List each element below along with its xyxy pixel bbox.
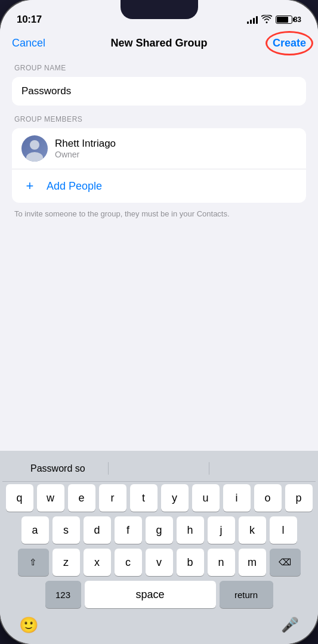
key-row-2: a s d f g h j k l [5,516,313,544]
shift-key[interactable]: ⇧ [18,549,49,576]
autocomplete-item-1[interactable]: Password so [7,456,109,481]
group-name-section: GROUP NAME [0,57,318,106]
phone-frame: 10:17 [0,0,318,644]
backspace-key[interactable]: ⌫ [270,549,301,576]
keyboard-bottom-bar: 🙂 🎤 [2,608,316,642]
key-d[interactable]: d [84,516,111,544]
member-role: Owner [55,150,297,159]
keyboard-container: Password so q w e r t y u i o p [0,451,318,644]
key-a[interactable]: a [21,516,49,544]
numbers-key[interactable]: 123 [45,581,81,608]
keyboard: q w e r t y u i o p a s d f g [2,484,316,608]
add-people-button[interactable]: + Add People [12,169,306,203]
autocomplete-item-2[interactable] [109,456,210,481]
key-r[interactable]: r [99,484,126,512]
notch [121,0,198,19]
key-j[interactable]: j [208,516,235,544]
key-e[interactable]: e [68,484,95,512]
status-time: 10:17 [17,14,42,26]
key-row-1: q w e r t y u i o p [5,484,313,512]
status-icons: 83 [247,15,301,25]
battery-level: 83 [294,16,301,24]
space-key[interactable]: space [85,581,216,608]
member-name: Rhett Intriago [55,138,297,150]
create-button[interactable]: Create [273,37,306,49]
members-card: Rhett Intriago Owner + Add People [12,128,306,203]
signal-icon [247,16,258,24]
avatar [21,135,48,162]
nav-bar: Cancel New Shared Group Create [0,32,318,57]
battery-icon [276,16,292,24]
key-h[interactable]: h [177,516,204,544]
autocomplete-bar: Password so [2,456,316,482]
member-info: Rhett Intriago Owner [55,138,297,159]
key-i[interactable]: i [223,484,251,512]
key-s[interactable]: s [53,516,80,544]
members-section: GROUP MEMBERS Rhett Intriago Owner + [0,106,318,203]
key-t[interactable]: t [130,484,158,512]
members-label: GROUP MEMBERS [12,115,306,123]
key-row-4: 123 space return [5,581,313,608]
key-k[interactable]: k [239,516,266,544]
cancel-button[interactable]: Cancel [12,37,45,49]
key-w[interactable]: w [37,484,64,512]
key-y[interactable]: y [161,484,189,512]
key-f[interactable]: f [115,516,142,544]
key-l[interactable]: l [270,516,297,544]
mic-icon[interactable]: 🎤 [281,617,299,633]
key-b[interactable]: b [177,549,204,576]
key-o[interactable]: o [254,484,282,512]
key-g[interactable]: g [146,516,173,544]
wifi-icon [261,15,272,25]
page-title: New Shared Group [110,37,207,49]
plus-icon: + [21,178,38,194]
autocomplete-item-3[interactable] [209,456,311,481]
key-p[interactable]: p [285,484,313,512]
key-c[interactable]: c [115,549,142,576]
key-row-3: ⇧ z x c v b n m ⌫ [5,549,313,576]
key-u[interactable]: u [192,484,220,512]
key-z[interactable]: z [53,549,80,576]
helper-text: To invite someone to the group, they mus… [0,203,318,219]
add-people-label: Add People [47,180,102,193]
emoji-icon[interactable]: 🙂 [19,616,38,634]
group-name-label: GROUP NAME [12,64,306,72]
key-v[interactable]: v [146,549,173,576]
member-row: Rhett Intriago Owner [12,128,306,169]
return-key[interactable]: return [220,581,273,608]
group-name-input[interactable] [12,77,306,106]
key-x[interactable]: x [84,549,111,576]
content-area: GROUP NAME GROUP MEMBERS Rhett Intriago … [0,57,318,451]
key-m[interactable]: m [239,549,266,576]
phone-screen: 10:17 [0,0,318,644]
key-q[interactable]: q [6,484,33,512]
create-highlight-circle [265,31,313,55]
key-n[interactable]: n [208,549,235,576]
